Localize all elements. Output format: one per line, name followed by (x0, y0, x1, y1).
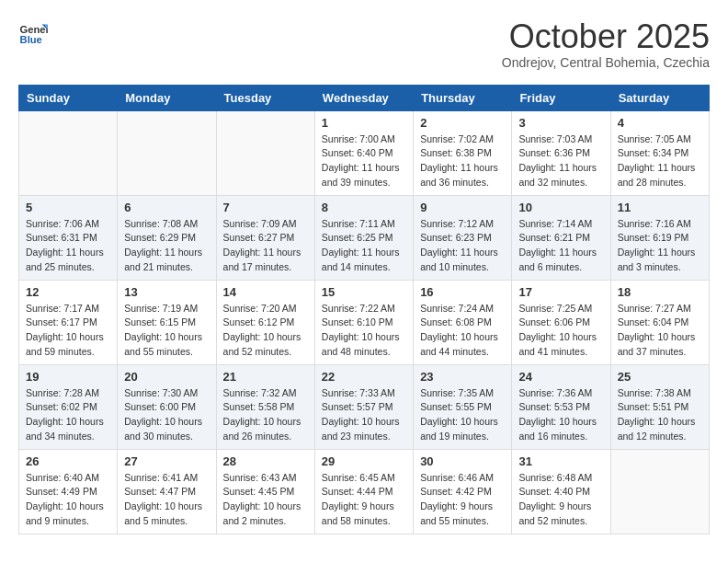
calendar-cell (118, 110, 216, 195)
calendar-cell: 30Sunrise: 6:46 AMSunset: 4:42 PMDayligh… (414, 449, 512, 534)
day-number: 8 (322, 201, 406, 214)
day-number: 4 (618, 116, 702, 130)
week-row-1: 1Sunrise: 7:00 AMSunset: 6:40 PMDaylight… (19, 110, 710, 195)
day-info: Sunrise: 7:03 AMSunset: 6:36 PMDaylight:… (518, 132, 603, 190)
calendar-cell: 3Sunrise: 7:03 AMSunset: 6:36 PMDaylight… (512, 110, 610, 195)
calendar-cell (216, 110, 314, 195)
calendar-cell: 5Sunrise: 7:06 AMSunset: 6:31 PMDaylight… (19, 195, 118, 280)
day-info: Sunrise: 7:27 AMSunset: 6:04 PMDaylight:… (618, 302, 702, 360)
week-row-5: 26Sunrise: 6:40 AMSunset: 4:49 PMDayligh… (19, 449, 710, 534)
week-row-3: 12Sunrise: 7:17 AMSunset: 6:17 PMDayligh… (19, 280, 710, 364)
day-number: 19 (26, 370, 110, 384)
day-info: Sunrise: 7:24 AMSunset: 6:08 PMDaylight:… (420, 302, 505, 360)
day-info: Sunrise: 6:48 AMSunset: 4:40 PMDaylight:… (518, 471, 603, 529)
calendar-cell: 15Sunrise: 7:22 AMSunset: 6:10 PMDayligh… (314, 280, 413, 364)
calendar-cell: 10Sunrise: 7:14 AMSunset: 6:21 PMDayligh… (512, 195, 610, 280)
calendar-cell: 2Sunrise: 7:02 AMSunset: 6:38 PMDaylight… (414, 110, 512, 195)
weekday-header-saturday: Saturday (610, 85, 709, 110)
calendar-cell: 19Sunrise: 7:28 AMSunset: 6:02 PMDayligh… (19, 364, 118, 449)
day-info: Sunrise: 7:36 AMSunset: 5:53 PMDaylight:… (518, 386, 603, 444)
day-number: 6 (124, 201, 209, 214)
calendar-cell: 24Sunrise: 7:36 AMSunset: 5:53 PMDayligh… (512, 364, 610, 449)
day-info: Sunrise: 7:16 AMSunset: 6:19 PMDaylight:… (618, 217, 702, 275)
logo: General Blue (18, 18, 48, 48)
location: Ondrejov, Central Bohemia, Czechia (502, 55, 710, 70)
weekday-header-friday: Friday (512, 85, 610, 110)
weekday-header-monday: Monday (118, 85, 216, 110)
calendar-cell: 27Sunrise: 6:41 AMSunset: 4:47 PMDayligh… (118, 449, 216, 534)
day-info: Sunrise: 7:33 AMSunset: 5:57 PMDaylight:… (322, 386, 406, 444)
day-info: Sunrise: 7:38 AMSunset: 5:51 PMDaylight:… (618, 386, 702, 444)
svg-text:Blue: Blue (20, 34, 42, 45)
day-info: Sunrise: 7:11 AMSunset: 6:25 PMDaylight:… (322, 217, 406, 275)
day-number: 3 (518, 116, 603, 130)
day-number: 24 (518, 370, 603, 384)
weekday-header-thursday: Thursday (414, 85, 512, 110)
day-number: 16 (420, 285, 505, 299)
day-number: 21 (223, 370, 308, 384)
day-info: Sunrise: 7:20 AMSunset: 6:12 PMDaylight:… (223, 302, 308, 360)
day-info: Sunrise: 7:35 AMSunset: 5:55 PMDaylight:… (420, 386, 505, 444)
day-number: 7 (223, 201, 308, 214)
calendar-table: SundayMondayTuesdayWednesdayThursdayFrid… (18, 85, 710, 534)
weekday-header-wednesday: Wednesday (314, 85, 413, 110)
day-number: 31 (518, 454, 603, 468)
day-info: Sunrise: 7:30 AMSunset: 6:00 PMDaylight:… (124, 386, 209, 444)
day-number: 2 (420, 116, 505, 130)
calendar-cell: 17Sunrise: 7:25 AMSunset: 6:06 PMDayligh… (512, 280, 610, 364)
day-number: 10 (518, 201, 603, 214)
page-header: General Blue October 2025 Ondrejov, Cent… (18, 18, 710, 70)
day-info: Sunrise: 6:46 AMSunset: 4:42 PMDaylight:… (420, 471, 505, 529)
day-info: Sunrise: 7:17 AMSunset: 6:17 PMDaylight:… (26, 302, 110, 360)
calendar-cell: 11Sunrise: 7:16 AMSunset: 6:19 PMDayligh… (610, 195, 709, 280)
day-info: Sunrise: 6:40 AMSunset: 4:49 PMDaylight:… (26, 471, 110, 529)
day-number: 9 (420, 201, 505, 214)
day-info: Sunrise: 7:05 AMSunset: 6:34 PMDaylight:… (618, 132, 702, 190)
day-info: Sunrise: 7:02 AMSunset: 6:38 PMDaylight:… (420, 132, 505, 190)
day-number: 22 (322, 370, 406, 384)
day-info: Sunrise: 7:22 AMSunset: 6:10 PMDaylight:… (322, 302, 406, 360)
day-info: Sunrise: 7:19 AMSunset: 6:15 PMDaylight:… (124, 302, 209, 360)
day-number: 12 (26, 285, 110, 299)
weekday-header-row: SundayMondayTuesdayWednesdayThursdayFrid… (19, 85, 710, 110)
week-row-2: 5Sunrise: 7:06 AMSunset: 6:31 PMDaylight… (19, 195, 710, 280)
day-number: 5 (26, 201, 110, 214)
day-number: 18 (618, 285, 702, 299)
day-number: 29 (322, 454, 406, 468)
day-number: 13 (124, 285, 209, 299)
day-info: Sunrise: 7:14 AMSunset: 6:21 PMDaylight:… (518, 217, 603, 275)
week-row-4: 19Sunrise: 7:28 AMSunset: 6:02 PMDayligh… (19, 364, 710, 449)
day-number: 20 (124, 370, 209, 384)
calendar-cell: 9Sunrise: 7:12 AMSunset: 6:23 PMDaylight… (414, 195, 512, 280)
day-number: 1 (322, 116, 406, 130)
calendar-cell: 4Sunrise: 7:05 AMSunset: 6:34 PMDaylight… (610, 110, 709, 195)
calendar-cell: 20Sunrise: 7:30 AMSunset: 6:00 PMDayligh… (118, 364, 216, 449)
calendar-cell: 13Sunrise: 7:19 AMSunset: 6:15 PMDayligh… (118, 280, 216, 364)
weekday-header-sunday: Sunday (19, 85, 118, 110)
calendar-cell (610, 449, 709, 534)
calendar-cell: 12Sunrise: 7:17 AMSunset: 6:17 PMDayligh… (19, 280, 118, 364)
calendar-cell: 22Sunrise: 7:33 AMSunset: 5:57 PMDayligh… (314, 364, 413, 449)
weekday-header-tuesday: Tuesday (216, 85, 314, 110)
calendar-cell: 21Sunrise: 7:32 AMSunset: 5:58 PMDayligh… (216, 364, 314, 449)
title-block: October 2025 Ondrejov, Central Bohemia, … (502, 18, 710, 70)
calendar-cell: 29Sunrise: 6:45 AMSunset: 4:44 PMDayligh… (314, 449, 413, 534)
day-number: 25 (618, 370, 702, 384)
day-info: Sunrise: 7:25 AMSunset: 6:06 PMDaylight:… (518, 302, 603, 360)
calendar-cell: 25Sunrise: 7:38 AMSunset: 5:51 PMDayligh… (610, 364, 709, 449)
day-number: 15 (322, 285, 406, 299)
day-number: 28 (223, 454, 308, 468)
day-number: 30 (420, 454, 505, 468)
day-number: 23 (420, 370, 505, 384)
day-info: Sunrise: 7:09 AMSunset: 6:27 PMDaylight:… (223, 217, 308, 275)
day-info: Sunrise: 6:45 AMSunset: 4:44 PMDaylight:… (322, 471, 406, 529)
day-info: Sunrise: 7:28 AMSunset: 6:02 PMDaylight:… (26, 386, 110, 444)
calendar-cell: 26Sunrise: 6:40 AMSunset: 4:49 PMDayligh… (19, 449, 118, 534)
day-number: 27 (124, 454, 209, 468)
month-title: October 2025 (502, 18, 710, 55)
calendar-cell: 18Sunrise: 7:27 AMSunset: 6:04 PMDayligh… (610, 280, 709, 364)
day-info: Sunrise: 7:06 AMSunset: 6:31 PMDaylight:… (26, 217, 110, 275)
day-info: Sunrise: 6:41 AMSunset: 4:47 PMDaylight:… (124, 471, 209, 529)
day-info: Sunrise: 7:32 AMSunset: 5:58 PMDaylight:… (223, 386, 308, 444)
day-info: Sunrise: 7:12 AMSunset: 6:23 PMDaylight:… (420, 217, 505, 275)
